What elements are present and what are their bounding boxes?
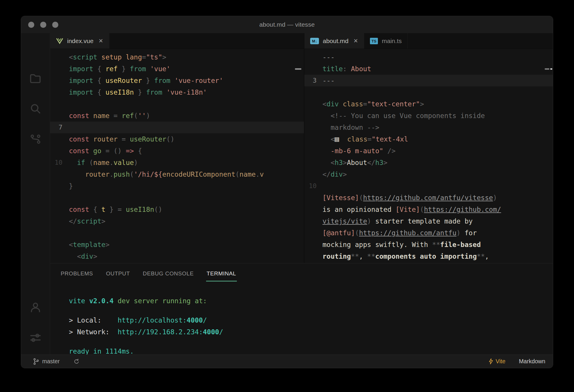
language-mode-item[interactable]: Markdown	[519, 358, 545, 365]
code-line[interactable]: const go = () => {	[50, 145, 304, 157]
code-line[interactable]: routing**, **components auto importing**…	[304, 250, 553, 262]
tab-about-md[interactable]: M↓ about.md ✕	[304, 33, 364, 49]
code-line[interactable]: 10 if (name.value)	[50, 157, 304, 168]
line-number	[304, 86, 322, 98]
code-line[interactable]: </div>	[304, 168, 553, 180]
code-token: =>	[126, 147, 134, 155]
code-line[interactable]	[50, 98, 304, 110]
line-content: mocking apps swiftly. With **file-based	[322, 239, 481, 250]
code-token: <	[69, 53, 73, 61]
code-token: =	[118, 206, 126, 213]
code-line[interactable]: vitejs/vite) starter template made by	[304, 215, 553, 227]
line-content: ---	[322, 75, 335, 86]
terminal-line[interactable]: > Network: http://192.168.2.234:4000/	[69, 326, 553, 338]
code-token: =	[109, 112, 122, 120]
code-line[interactable]: <script setup lang="ts">	[50, 51, 304, 63]
code-line[interactable]: </script>	[50, 215, 304, 227]
line-number	[50, 227, 69, 239]
close-tab-icon[interactable]: ✕	[354, 38, 358, 44]
code-line[interactable]: -mb-6 m-auto" />	[304, 145, 553, 157]
code-line[interactable]	[304, 86, 553, 98]
code-line[interactable]: <div class="text-center">	[304, 98, 553, 110]
zoom-window-icon[interactable]	[52, 22, 58, 28]
terminal-line[interactable]: vite v2.0.4 dev server running at:	[69, 295, 553, 307]
line-content: <div class="text-center">	[322, 98, 424, 110]
code-line[interactable]	[50, 192, 304, 204]
code-line[interactable]: <▤ class="text-4xl	[304, 133, 553, 145]
code-editor-about-md[interactable]: ---title: About3---<div class="text-cent…	[304, 49, 553, 263]
terminal-line[interactable]	[69, 338, 553, 345]
scrollbar-thumb[interactable]	[550, 68, 552, 70]
code-line[interactable]: const name = ref('')	[50, 110, 304, 122]
code-line[interactable]: [@antfu](https://github.com/antfu) for	[304, 227, 553, 239]
code-line[interactable]: const { t } = useI18n()	[50, 204, 304, 215]
code-token: script	[77, 217, 101, 225]
code-line[interactable]: markdown -->	[304, 122, 553, 133]
code-token: v2.0.4	[89, 297, 113, 305]
code-line[interactable]: <!-- You can use Vue components inside	[304, 110, 553, 122]
code-token: {	[93, 65, 106, 73]
line-content: [Vitesse](https://github.com/antfu/vites…	[322, 192, 497, 204]
code-token: 4000	[203, 328, 219, 336]
code-line[interactable]	[50, 227, 304, 239]
code-line[interactable]: <template>	[50, 239, 304, 250]
code-line[interactable]: 3---	[304, 75, 553, 86]
code-token: if	[77, 159, 85, 166]
code-token: starter template made by	[371, 217, 473, 225]
vue-logo-icon	[56, 38, 63, 44]
search-icon[interactable]	[28, 102, 43, 116]
panel-tab-output[interactable]: OUTPUT	[105, 269, 130, 279]
code-line[interactable]: router.push('/hi/${encodeURIComponent(na…	[50, 168, 304, 180]
code-token: lang	[126, 53, 142, 61]
code-line[interactable]: 10	[304, 180, 553, 192]
code-line[interactable]: <h3>About</h3>	[304, 157, 553, 168]
tab-main-ts[interactable]: TS main.ts	[364, 33, 408, 49]
settings-icon[interactable]	[28, 331, 43, 345]
account-icon[interactable]	[28, 301, 43, 315]
code-line[interactable]: ---	[304, 51, 553, 63]
line-number	[304, 157, 322, 168]
code-token: ,	[359, 253, 367, 260]
code-line[interactable]: 7	[50, 122, 304, 133]
terminal-output[interactable]: vite v2.0.4 dev server running at:> Loca…	[50, 284, 553, 357]
code-line[interactable]: import { ref } from 'vue'	[50, 63, 304, 75]
source-control-icon[interactable]	[28, 132, 43, 146]
code-token: }	[142, 77, 154, 84]
line-number	[304, 98, 322, 110]
code-token: const	[69, 147, 93, 155]
terminal-line[interactable]: > Local: http://localhost:4000/	[69, 314, 553, 326]
code-line[interactable]: }	[50, 180, 304, 192]
code-line[interactable]: is an opinionated [Vite](https://github.…	[304, 204, 553, 215]
vite-status-item[interactable]: Vite	[489, 358, 505, 365]
line-number: 10	[304, 180, 322, 192]
panel-tab-debug-console[interactable]: DEBUG CONSOLE	[142, 269, 194, 279]
close-window-icon[interactable]	[28, 22, 34, 28]
code-token	[69, 253, 77, 260]
branch-indicator[interactable]: master	[33, 358, 80, 365]
code-line[interactable]: mocking apps swiftly. With **file-based	[304, 239, 553, 250]
tab-index-vue[interactable]: index.vue ✕	[50, 33, 109, 49]
terminal-line[interactable]	[69, 307, 553, 314]
code-token: > Network:	[69, 328, 109, 336]
line-content: routing**, **components auto importing**…	[322, 250, 489, 262]
minimize-window-icon[interactable]	[40, 22, 46, 28]
close-tab-icon[interactable]: ✕	[99, 38, 103, 44]
code-token: >	[101, 217, 106, 225]
code-token: https://github.com/antfu	[359, 229, 456, 237]
panel-tab-problems[interactable]: PROBLEMS	[60, 269, 94, 279]
explorer-icon[interactable]	[28, 71, 43, 86]
code-line[interactable]: const router = useRouter()	[50, 133, 304, 145]
code-line[interactable]: title: About	[304, 63, 553, 75]
code-token: import	[69, 65, 93, 73]
sync-button[interactable]	[73, 358, 80, 365]
line-content: </div>	[322, 168, 347, 180]
code-token: ---	[322, 77, 335, 84]
code-line[interactable]: [Vitesse](https://github.com/antfu/vites…	[304, 192, 553, 204]
code-token: >	[420, 100, 424, 108]
code-line[interactable]: <div>	[50, 250, 304, 262]
code-line[interactable]: import { useRouter } from 'vue-router'	[50, 75, 304, 86]
code-line[interactable]: import { useI18n } from 'vue-i18n'	[50, 86, 304, 98]
code-editor-index-vue[interactable]: <script setup lang="ts">import { ref } f…	[50, 49, 304, 263]
title-bar[interactable]: about.md — vitesse	[21, 16, 553, 33]
panel-tab-terminal[interactable]: TERMINAL	[206, 269, 237, 279]
